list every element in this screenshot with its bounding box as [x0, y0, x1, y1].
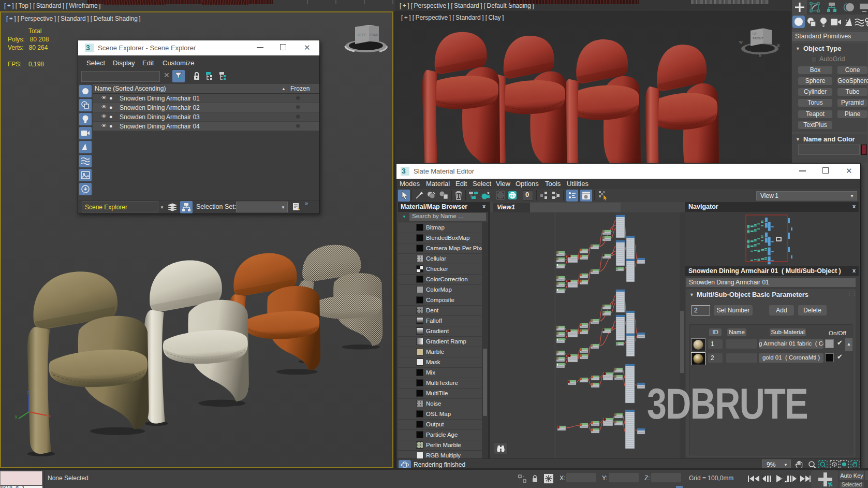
svg-text:FRONT: FRONT: [753, 37, 763, 40]
svg-text:TOP: TOP: [752, 32, 758, 35]
svg-text:S: S: [759, 53, 761, 57]
svg-text:E: E: [777, 44, 780, 47]
svg-text:x: x: [48, 413, 51, 419]
svg-text:y: y: [15, 414, 18, 419]
svg-text:FRONT: FRONT: [370, 33, 380, 36]
svg-text:LEFT: LEFT: [358, 33, 366, 37]
svg-text:z: z: [27, 390, 30, 395]
svg-text:W: W: [739, 40, 743, 44]
